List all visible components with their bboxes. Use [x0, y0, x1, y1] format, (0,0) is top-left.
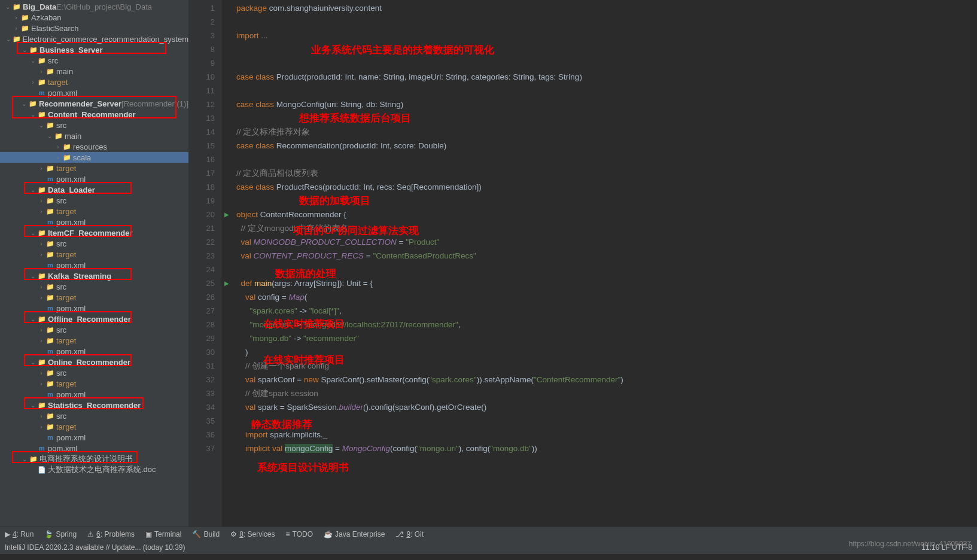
- tree-item[interactable]: ⌄📁Content_Recommender: [0, 109, 188, 120]
- tree-arrow-icon[interactable]: ⌄: [30, 273, 36, 279]
- tree-item[interactable]: ›📁src: [0, 324, 188, 335]
- tree-item[interactable]: ›📁target: [0, 335, 188, 346]
- tree-label: Kafka_Streaming: [48, 272, 111, 281]
- code-editor[interactable]: 123891011121314151617181920▶2122232425▶2…: [188, 0, 977, 526]
- tree-arrow-icon[interactable]: ›: [13, 25, 19, 32]
- tree-item[interactable]: ⌄📁Recommender_Server [Recommender (1)]: [0, 98, 188, 109]
- tree-item[interactable]: ⌄📁Electronic_commerce_recommendation_sys…: [0, 34, 188, 44]
- tool-window-button[interactable]: ☕Java Enterprise: [324, 530, 385, 538]
- project-tree[interactable]: ⌄📁Big_Data E:\GitHub_project\Big_Data›📁A…: [0, 0, 188, 526]
- tree-arrow-icon[interactable]: ›: [38, 370, 44, 376]
- tree-item[interactable]: ⌄📁main: [0, 130, 188, 141]
- tree-arrow-icon[interactable]: ›: [38, 413, 44, 419]
- tree-item[interactable]: ⌄📁Business_Server: [0, 44, 188, 55]
- tree-arrow-icon[interactable]: ›: [38, 284, 44, 290]
- code-area[interactable]: package com.shanghaiuniversity.contentim…: [221, 0, 977, 526]
- tree-arrow-icon[interactable]: ⌄: [30, 316, 36, 322]
- tree-arrow-icon[interactable]: ›: [38, 251, 44, 258]
- tree-item[interactable]: ›📁ElasticSearch: [0, 23, 188, 34]
- tree-item[interactable]: ›📁main: [0, 66, 188, 77]
- tree-arrow-icon[interactable]: ›: [30, 79, 36, 86]
- tree-arrow-icon[interactable]: ⌄: [30, 187, 36, 193]
- tree-label: target: [56, 379, 76, 388]
- tree-label: ItemCF_Recommender: [48, 229, 133, 238]
- tree-item[interactable]: ›📁src: [0, 367, 188, 378]
- tree-label: Big_Data: [23, 2, 56, 11]
- tree-arrow-icon[interactable]: ⌄: [47, 133, 53, 139]
- tree-item[interactable]: ⌄📁src: [0, 120, 188, 130]
- tree-arrow-icon[interactable]: ›: [38, 294, 44, 301]
- tree-item[interactable]: ›📁target: [0, 249, 188, 260]
- tree-item[interactable]: ›📁src: [0, 281, 188, 292]
- tree-arrow-icon[interactable]: ⌄: [22, 47, 28, 53]
- tree-arrow-icon[interactable]: ›: [13, 14, 19, 21]
- tool-window-button[interactable]: ⚙8: Services: [230, 530, 275, 538]
- tree-item[interactable]: mpom.xml: [0, 260, 188, 270]
- tree-arrow-icon[interactable]: ›: [55, 144, 61, 150]
- tree-item[interactable]: ›📁resources: [0, 141, 188, 152]
- tool-window-button[interactable]: 🔨Build: [192, 530, 220, 538]
- tree-arrow-icon[interactable]: ›: [38, 165, 44, 172]
- tree-arrow-icon[interactable]: ›: [38, 327, 44, 333]
- tree-label: Recommender_Server: [39, 99, 121, 108]
- tree-item[interactable]: mpom.xml: [0, 217, 188, 227]
- tree-arrow-icon[interactable]: ⌄: [30, 359, 36, 366]
- status-left[interactable]: IntelliJ IDEA 2020.2.3 available // Upda…: [5, 543, 185, 552]
- tree-arrow-icon[interactable]: ⌄: [30, 111, 36, 118]
- tree-arrow-icon[interactable]: ⌄: [30, 57, 36, 64]
- tree-item[interactable]: ›📁target: [0, 206, 188, 217]
- tree-item[interactable]: ⌄📁Online_Recommender: [0, 357, 188, 367]
- tool-window-button[interactable]: ▣Terminal: [145, 530, 181, 538]
- tree-arrow-icon[interactable]: ⌄: [22, 456, 28, 462]
- tree-arrow-icon[interactable]: ›: [38, 424, 44, 430]
- tool-window-button[interactable]: ⚠6: Problems: [87, 530, 135, 538]
- tree-item[interactable]: ⌄📁src: [0, 55, 188, 66]
- tree-arrow-icon[interactable]: ›: [38, 68, 44, 75]
- tree-item[interactable]: ›📁scala: [0, 152, 188, 163]
- tree-item[interactable]: ›📁src: [0, 238, 188, 249]
- tool-window-bar[interactable]: ▶4: Run🍃Spring⚠6: Problems▣Terminal🔨Buil…: [0, 526, 977, 541]
- tool-window-button[interactable]: ▶4: Run: [5, 530, 34, 538]
- tree-item[interactable]: mpom.xml: [0, 87, 188, 98]
- tree-item[interactable]: ›📁target: [0, 77, 188, 87]
- tree-arrow-icon[interactable]: ›: [55, 154, 61, 161]
- tree-item[interactable]: ⌄📁Data_Loader: [0, 184, 188, 195]
- tree-item[interactable]: ⌄📁Kafka_Streaming: [0, 270, 188, 281]
- tree-arrow-icon[interactable]: ›: [38, 197, 44, 204]
- tool-window-button[interactable]: ⎇9: Git: [395, 530, 424, 538]
- tree-item[interactable]: ›📁Azkaban: [0, 12, 188, 23]
- tree-item[interactable]: ›📁target: [0, 292, 188, 303]
- tree-arrow-icon[interactable]: ›: [38, 208, 44, 215]
- tree-item[interactable]: ⌄📁Big_Data E:\GitHub_project\Big_Data: [0, 1, 188, 12]
- tree-arrow-icon[interactable]: ⌄: [38, 122, 44, 129]
- tree-item[interactable]: ⌄📁电商推荐系统的设计说明书: [0, 454, 188, 464]
- tree-arrow-icon[interactable]: ›: [38, 337, 44, 344]
- tree-arrow-icon[interactable]: ›: [38, 381, 44, 387]
- tree-arrow-icon[interactable]: ⌄: [6, 36, 11, 42]
- tree-item[interactable]: mpom.xml: [0, 174, 188, 184]
- tree-item[interactable]: mpom.xml: [0, 432, 188, 443]
- tree-item[interactable]: mpom.xml: [0, 389, 188, 400]
- tree-item[interactable]: mpom.xml: [0, 443, 188, 454]
- tree-item[interactable]: mpom.xml: [0, 303, 188, 314]
- tree-item[interactable]: mpom.xml: [0, 346, 188, 357]
- line-number: 28: [188, 318, 221, 331]
- tree-arrow-icon[interactable]: ⌄: [30, 230, 36, 236]
- tree-item[interactable]: ⌄📁ItemCF_Recommender: [0, 227, 188, 238]
- tree-arrow-icon[interactable]: ⌄: [30, 402, 36, 409]
- tool-window-button[interactable]: 🍃Spring: [44, 530, 77, 538]
- tree-item[interactable]: ⌄📁Statistics_Recommender: [0, 400, 188, 410]
- tree-item[interactable]: ›📁target: [0, 421, 188, 432]
- tool-window-button[interactable]: ≡TODO: [286, 530, 313, 538]
- tree-item[interactable]: ›📁src: [0, 410, 188, 421]
- tree-arrow-icon[interactable]: ⌄: [21, 101, 27, 107]
- tree-arrow-icon[interactable]: ⌄: [5, 4, 11, 10]
- tree-item[interactable]: ⌄📁Offline_Recommender: [0, 314, 188, 324]
- tree-item[interactable]: 📄大数据技术之电商推荐系统.doc: [0, 464, 188, 475]
- line-number: 22: [188, 235, 221, 249]
- tree-item[interactable]: ›📁src: [0, 195, 188, 206]
- tree-arrow-icon[interactable]: ›: [38, 241, 44, 247]
- line-number: 20▶: [188, 208, 221, 221]
- tree-item[interactable]: ›📁target: [0, 163, 188, 174]
- tree-item[interactable]: ›📁target: [0, 378, 188, 389]
